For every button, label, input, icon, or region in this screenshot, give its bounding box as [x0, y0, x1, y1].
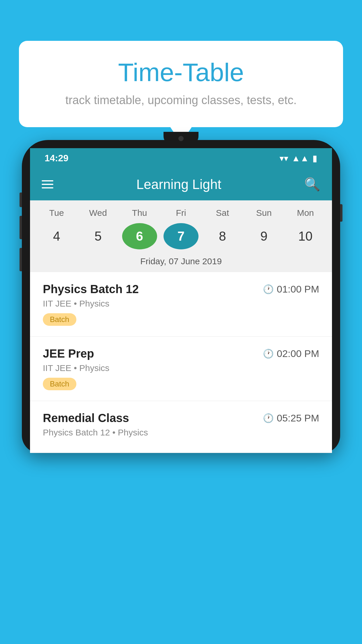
status-icons: ▾▾ ▲▲ ▮	[280, 153, 317, 163]
schedule-item-1-time-text: 01:00 PM	[277, 284, 319, 295]
signal-icon: ▲▲	[292, 153, 309, 163]
day-header-thu: Thu	[122, 208, 157, 218]
app-title: Learning Light	[65, 176, 293, 192]
schedule-item-2[interactable]: JEE Prep 🕐 02:00 PM IIT JEE • Physics Ba…	[30, 337, 332, 401]
schedule-item-3-time: 🕐 05:25 PM	[263, 412, 319, 424]
schedule-item-2-header: JEE Prep 🕐 02:00 PM	[43, 347, 319, 360]
batch-badge-1: Batch	[43, 313, 76, 326]
calendar-day-4[interactable]: 4	[39, 223, 74, 249]
clock-icon-2: 🕐	[263, 349, 274, 359]
side-button-left-3	[20, 248, 22, 271]
phone-notch	[164, 132, 198, 145]
calendar-day-5[interactable]: 5	[80, 223, 115, 249]
phone-frame: 14:29 ▾▾ ▲▲ ▮ Learning Light 🔍	[22, 140, 340, 453]
status-bar: 14:29 ▾▾ ▲▲ ▮	[30, 148, 332, 168]
day-header-tue: Tue	[39, 208, 74, 218]
selected-date-label: Friday, 07 June 2019	[30, 254, 332, 272]
calendar-day-10[interactable]: 10	[288, 223, 323, 249]
wifi-icon: ▾▾	[280, 153, 288, 163]
schedule-item-3-time-text: 05:25 PM	[277, 412, 319, 424]
schedule-item-2-sub: IIT JEE • Physics	[43, 363, 319, 373]
day-headers: Tue Wed Thu Fri Sat Sun Mon	[30, 205, 332, 221]
schedule-item-1-name: Physics Batch 12	[43, 283, 139, 296]
calendar-strip: Tue Wed Thu Fri Sat Sun Mon 4 5 6 7 8 9 …	[30, 200, 332, 272]
clock-icon-1: 🕐	[263, 284, 274, 294]
camera	[178, 136, 184, 141]
battery-icon: ▮	[312, 153, 317, 163]
schedule-item-2-time-text: 02:00 PM	[277, 348, 319, 359]
schedule-item-1-header: Physics Batch 12 🕐 01:00 PM	[43, 283, 319, 296]
day-header-sat: Sat	[205, 208, 240, 218]
calendar-day-7-selected[interactable]: 7	[164, 223, 198, 249]
clock-icon-3: 🕐	[263, 413, 274, 423]
day-header-mon: Mon	[288, 208, 323, 218]
schedule-item-1-sub: IIT JEE • Physics	[43, 299, 319, 309]
batch-badge-2: Batch	[43, 378, 76, 390]
side-button-left-2	[20, 216, 22, 239]
schedule-item-3[interactable]: Remedial Class 🕐 05:25 PM Physics Batch …	[30, 401, 332, 453]
phone-screen: 14:29 ▾▾ ▲▲ ▮ Learning Light 🔍	[30, 148, 332, 453]
speech-bubble: Time-Table track timetable, upcoming cla…	[19, 41, 343, 127]
speech-bubble-container: Time-Table track timetable, upcoming cla…	[19, 41, 343, 127]
day-header-fri: Fri	[164, 208, 198, 218]
calendar-day-8[interactable]: 8	[205, 223, 240, 249]
schedule-item-3-name: Remedial Class	[43, 412, 129, 425]
side-button-right	[340, 204, 342, 222]
schedule-item-1-time: 🕐 01:00 PM	[263, 284, 319, 295]
calendar-day-6-today[interactable]: 6	[122, 223, 157, 249]
search-icon[interactable]: 🔍	[304, 177, 320, 192]
side-button-left-1	[20, 192, 22, 207]
bubble-title: Time-Table	[42, 58, 320, 87]
schedule-item-3-sub: Physics Batch 12 • Physics	[43, 428, 319, 438]
app-bar: Learning Light 🔍	[30, 168, 332, 200]
day-header-sun: Sun	[247, 208, 282, 218]
bubble-subtitle: track timetable, upcoming classes, tests…	[42, 94, 320, 107]
hamburger-menu-icon[interactable]	[42, 180, 53, 188]
phone-mockup: 14:29 ▾▾ ▲▲ ▮ Learning Light 🔍	[22, 140, 340, 644]
day-numbers: 4 5 6 7 8 9 10	[30, 221, 332, 254]
schedule-item-1[interactable]: Physics Batch 12 🕐 01:00 PM IIT JEE • Ph…	[30, 272, 332, 337]
status-time: 14:29	[45, 153, 68, 164]
calendar-day-9[interactable]: 9	[247, 223, 282, 249]
schedule-item-2-name: JEE Prep	[43, 347, 94, 360]
day-header-wed: Wed	[80, 208, 115, 218]
schedule-item-3-header: Remedial Class 🕐 05:25 PM	[43, 412, 319, 425]
schedule-item-2-time: 🕐 02:00 PM	[263, 348, 319, 359]
schedule-list: Physics Batch 12 🕐 01:00 PM IIT JEE • Ph…	[30, 272, 332, 453]
